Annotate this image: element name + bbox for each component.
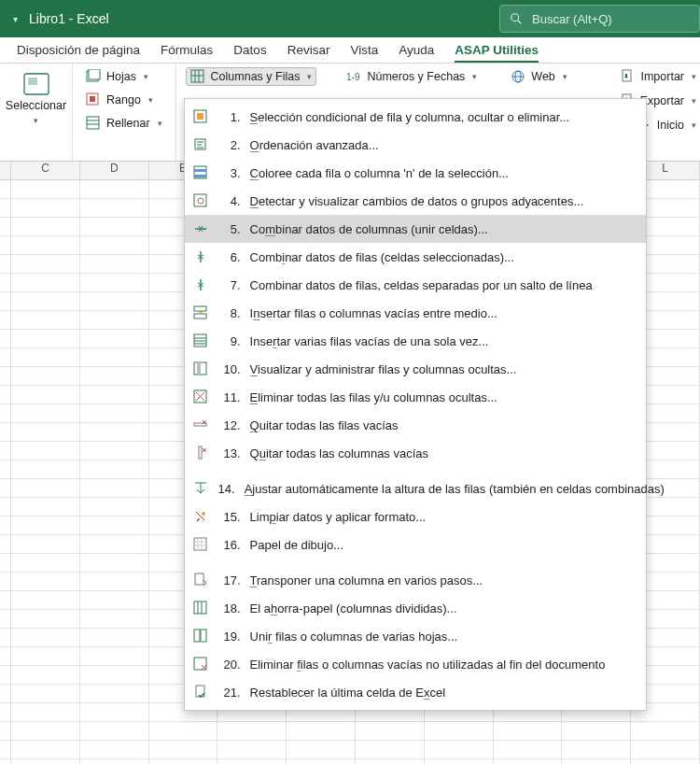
cell[interactable] — [11, 330, 80, 347]
cell[interactable] — [0, 311, 11, 329]
cell[interactable] — [217, 741, 287, 758]
grid-row[interactable] — [0, 722, 700, 741]
rellenar-button[interactable]: Rellenar▾ — [82, 114, 166, 133]
cell[interactable] — [11, 498, 80, 516]
cell[interactable] — [80, 573, 149, 590]
cell[interactable] — [80, 274, 149, 291]
cell[interactable] — [0, 666, 11, 684]
cell[interactable] — [0, 498, 11, 516]
cell[interactable] — [0, 629, 11, 646]
grid-row[interactable] — [0, 741, 700, 759]
menu-item-19[interactable]: 19.Unir filas o columnas de varias hojas… — [185, 622, 646, 650]
cell[interactable] — [11, 404, 80, 422]
cell[interactable] — [80, 703, 149, 721]
cell[interactable] — [0, 573, 11, 590]
menu-item-6[interactable]: 6.Combinar datos de filas (celdas selecc… — [185, 243, 646, 271]
cell[interactable] — [562, 759, 631, 764]
cell[interactable] — [11, 741, 80, 758]
tab-ayuda[interactable]: Ayuda — [399, 43, 434, 63]
grid-row[interactable] — [0, 759, 700, 764]
importar-button[interactable]: Importar▾ — [616, 67, 700, 86]
cell[interactable] — [80, 647, 149, 665]
cell[interactable] — [0, 610, 11, 628]
cell[interactable] — [11, 722, 80, 740]
cell[interactable] — [80, 666, 149, 684]
cell[interactable] — [80, 386, 149, 403]
cell[interactable] — [149, 722, 218, 740]
cell[interactable] — [0, 348, 11, 366]
cell[interactable] — [80, 236, 149, 254]
menu-item-15[interactable]: 15.Limpiar datos y aplicar formato... — [185, 502, 646, 531]
cell[interactable] — [562, 741, 631, 758]
cell[interactable] — [80, 498, 149, 516]
cell[interactable] — [11, 180, 80, 198]
tab-datos[interactable]: Datos — [233, 43, 266, 63]
column-header-D[interactable]: D — [80, 162, 149, 179]
cell[interactable] — [356, 759, 425, 764]
cell[interactable] — [80, 535, 149, 553]
cell[interactable] — [356, 722, 425, 740]
cell[interactable] — [494, 741, 563, 758]
cell[interactable] — [80, 554, 149, 572]
select-button[interactable]: Seleccionar ▾ — [6, 73, 66, 125]
cell[interactable] — [0, 554, 11, 572]
cell[interactable] — [0, 703, 11, 721]
cell[interactable] — [0, 180, 11, 198]
menu-item-1[interactable]: 1.Selección condicional de fila y column… — [185, 103, 646, 131]
cell[interactable] — [11, 386, 80, 403]
cell[interactable] — [80, 404, 149, 422]
cell[interactable] — [80, 610, 149, 628]
menu-item-16[interactable]: 16.Papel de dibujo... — [185, 531, 646, 559]
column-header-C[interactable]: C — [11, 162, 80, 179]
cell[interactable] — [11, 442, 80, 460]
menu-item-14[interactable]: 14.Ajustar automáticamente la altura de … — [185, 474, 646, 502]
menu-item-21[interactable]: 21.Restablecer la última celda de Excel — [185, 678, 646, 706]
cell[interactable] — [11, 423, 80, 441]
cell[interactable] — [562, 722, 631, 740]
cell[interactable] — [0, 516, 11, 534]
cell[interactable] — [80, 311, 149, 329]
cell[interactable] — [11, 367, 80, 385]
cell[interactable] — [0, 274, 11, 291]
menu-item-9[interactable]: 9.Insertar varias filas vacías de una so… — [185, 327, 646, 355]
cell[interactable] — [425, 722, 494, 740]
cell[interactable] — [11, 236, 80, 254]
cell[interactable] — [80, 759, 149, 764]
tab-asap-utilities[interactable]: ASAP Utilities — [455, 43, 539, 63]
cell[interactable] — [0, 255, 11, 273]
cell[interactable] — [80, 442, 149, 460]
menu-item-20[interactable]: 20.Eliminar filas o columnas vacías no u… — [185, 650, 646, 678]
column-header[interactable] — [0, 162, 11, 179]
menu-item-7[interactable]: 7.Combinar datos de filas, celdas separa… — [185, 271, 646, 299]
cell[interactable] — [11, 311, 80, 329]
cell[interactable] — [80, 255, 149, 273]
numeros-fechas-button[interactable]: 1-9Números y Fechas▾ — [343, 67, 481, 86]
menu-item-5[interactable]: 5.Combinar datos de columnas (unir celda… — [185, 215, 646, 243]
cell[interactable] — [11, 647, 80, 665]
cell[interactable] — [0, 647, 11, 665]
cell[interactable] — [11, 591, 80, 609]
cell[interactable] — [11, 292, 80, 310]
cell[interactable] — [0, 741, 11, 758]
cell[interactable] — [356, 741, 425, 758]
cell[interactable] — [287, 759, 356, 764]
cell[interactable] — [494, 759, 563, 764]
cell[interactable] — [287, 722, 356, 740]
cell[interactable] — [80, 722, 149, 740]
cell[interactable] — [80, 423, 149, 441]
cell[interactable] — [425, 759, 494, 764]
cell[interactable] — [0, 423, 11, 441]
cell[interactable] — [80, 741, 149, 758]
cell[interactable] — [149, 759, 218, 764]
cell[interactable] — [11, 573, 80, 590]
cell[interactable] — [80, 479, 149, 497]
cell[interactable] — [80, 591, 149, 609]
cell[interactable] — [0, 442, 11, 460]
cell[interactable] — [0, 236, 11, 254]
cell[interactable] — [11, 666, 80, 684]
cell[interactable] — [0, 759, 11, 764]
cell[interactable] — [0, 367, 11, 385]
cell[interactable] — [0, 685, 11, 702]
cell[interactable] — [217, 759, 287, 764]
menu-item-3[interactable]: 3.Coloree cada fila o columna 'n' de la … — [185, 159, 646, 187]
